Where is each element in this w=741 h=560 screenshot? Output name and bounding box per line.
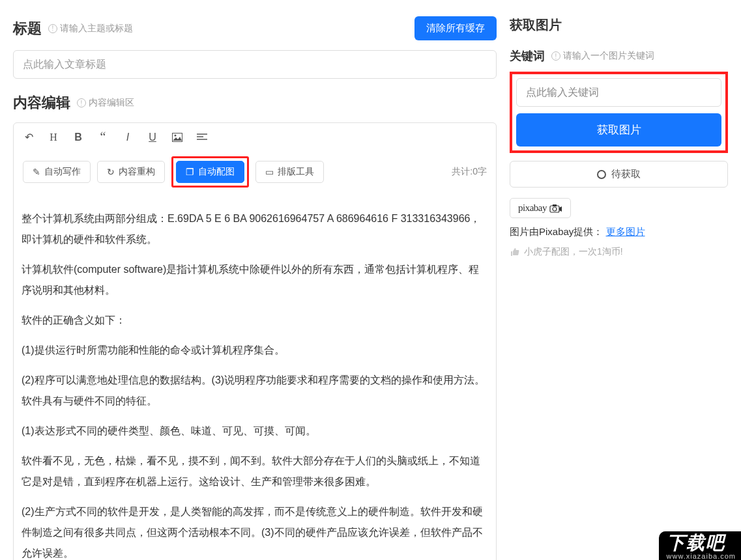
- undo-icon[interactable]: ↶: [23, 131, 35, 143]
- heading-icon[interactable]: H: [48, 132, 59, 143]
- keyword-header: 关键词 ! 请输入一个图片关键词: [510, 48, 728, 64]
- auto-image-label: 自动配图: [198, 166, 235, 178]
- title-label: 标题: [13, 19, 42, 38]
- italic-icon[interactable]: I: [122, 132, 134, 143]
- keyword-label: 关键词: [510, 48, 545, 64]
- footer-text: 小虎子配图，一次1淘币!: [524, 246, 623, 258]
- keyword-input[interactable]: [516, 78, 721, 107]
- info-icon: !: [48, 24, 57, 33]
- left-panel: 标题 ! 请输入主题或标题 清除所有缓存 内容编辑 ! 内容编辑区 ↶ H B …: [13, 16, 497, 560]
- info-icon: !: [551, 51, 560, 61]
- content-hint: ! 内容编辑区: [77, 97, 134, 109]
- bold-icon[interactable]: B: [72, 132, 84, 143]
- fetch-image-title: 获取图片: [510, 16, 728, 34]
- pending-label: 待获取: [611, 168, 641, 180]
- rebuild-button[interactable]: ↻ 内容重构: [97, 161, 165, 183]
- paragraph: 整个计算机系统由两部分组成：E.69DA 5 E 6 BA 9062616964…: [22, 208, 488, 250]
- layout-icon: ▭: [265, 167, 274, 177]
- watermark-main: 下载吧: [667, 534, 736, 552]
- clear-cache-button[interactable]: 清除所有缓存: [414, 16, 497, 40]
- pencil-icon: ✎: [33, 167, 40, 177]
- content-header: 内容编辑 ! 内容编辑区: [13, 93, 497, 113]
- watermark-url: www.xiazaiba.com: [667, 552, 736, 560]
- editor-box: ↶ H B “ I U ✎ 自动写作 ↻: [13, 122, 497, 560]
- paragraph: (1)提供运行时所需功能和性能的命令或计算机程序集合。: [22, 340, 488, 361]
- footer-note: 小虎子配图，一次1淘币!: [510, 246, 728, 258]
- refresh-icon: ↻: [107, 167, 115, 177]
- pending-button[interactable]: 待获取: [510, 161, 728, 188]
- layers-icon: ❐: [186, 167, 194, 177]
- title-hint-text: 请输入主题或标题: [60, 23, 133, 35]
- paragraph: (1)表达形式不同的硬件类型、颜色、味道、可见、可摸、可闻。: [22, 421, 488, 441]
- thumbs-up-icon: [510, 247, 520, 257]
- fetch-image-button[interactable]: 获取图片: [516, 113, 721, 147]
- content-hint-text: 内容编辑区: [89, 97, 134, 109]
- credit-line: 图片由Pixabay提供： 更多图片: [510, 226, 728, 238]
- more-images-link[interactable]: 更多图片: [606, 226, 645, 237]
- title-header: 标题 ! 请输入主题或标题 清除所有缓存: [13, 16, 497, 40]
- action-toolbar: ✎ 自动写作 ↻ 内容重构 ❐ 自动配图 ▭ 排版工具 共计:0字: [14, 151, 496, 197]
- svg-point-6: [553, 207, 557, 211]
- credit-prefix: 图片由Pixabay提供：: [510, 226, 603, 237]
- underline-icon[interactable]: U: [147, 132, 158, 143]
- right-panel: 获取图片 关键词 ! 请输入一个图片关键词 获取图片 待获取 pixabay 图…: [510, 16, 728, 560]
- svg-point-1: [175, 134, 177, 136]
- format-toolbar: ↶ H B “ I U: [14, 123, 496, 151]
- auto-write-button[interactable]: ✎ 自动写作: [23, 161, 91, 183]
- char-count: 共计:0字: [452, 166, 487, 178]
- content-editor[interactable]: 整个计算机系统由两部分组成：E.69DA 5 E 6 BA 9062616964…: [14, 197, 496, 560]
- circle-icon: [597, 170, 606, 179]
- image-icon[interactable]: [171, 133, 183, 142]
- content-label: 内容编辑: [13, 93, 70, 113]
- info-icon: !: [77, 98, 86, 107]
- layout-tool-button[interactable]: ▭ 排版工具: [255, 161, 324, 183]
- pixabay-logo-text: pixabay: [518, 203, 547, 214]
- svg-rect-7: [553, 204, 557, 206]
- article-title-input[interactable]: [13, 50, 497, 79]
- paragraph: 软件看不见，无色，枯燥，看不见，摸不到，闻不到。软件大部分存在于人们的头脑或纸上…: [22, 451, 488, 492]
- pixabay-badge: pixabay: [510, 198, 571, 218]
- highlight-auto-image: ❐ 自动配图: [171, 156, 249, 188]
- keyword-hint-text: 请输入一个图片关键词: [563, 50, 654, 62]
- rebuild-label: 内容重构: [119, 166, 155, 178]
- auto-image-button[interactable]: ❐ 自动配图: [176, 161, 244, 183]
- quote-icon[interactable]: “: [97, 130, 109, 145]
- paragraph: 软件的正确含义如下：: [22, 310, 488, 331]
- keyword-highlight-box: 获取图片: [510, 72, 728, 153]
- title-hint: ! 请输入主题或标题: [48, 23, 133, 35]
- layout-label: 排版工具: [278, 166, 314, 178]
- paragraph: 计算机软件(computer software)是指计算机系统中除硬件以外的所有…: [22, 259, 488, 301]
- align-left-icon[interactable]: [196, 133, 208, 142]
- auto-write-label: 自动写作: [44, 166, 81, 178]
- paragraph: (2)程序可以满意地处理信息的数据结构。(3)说明程序功能要求和程序需要的文档的…: [22, 370, 488, 412]
- paragraph: (2)生产方式不同的软件是开发，是人类智能的高发挥，而不是传统意义上的硬件制造。…: [22, 501, 488, 560]
- watermark: 下载吧 www.xiazaiba.com: [659, 531, 741, 560]
- camera-icon: [549, 204, 562, 213]
- keyword-hint: ! 请输入一个图片关键词: [551, 50, 654, 62]
